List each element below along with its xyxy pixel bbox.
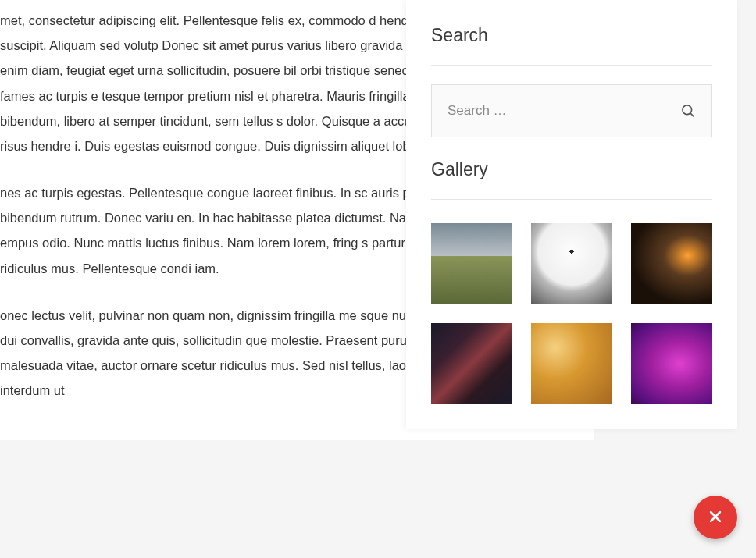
gallery-thumbnail-bread[interactable] [531, 323, 612, 404]
close-icon [710, 510, 721, 526]
close-button[interactable] [694, 496, 737, 539]
divider [431, 199, 712, 200]
search-box [431, 84, 712, 137]
gallery-thumbnail-circuit[interactable] [631, 223, 712, 304]
search-input[interactable] [432, 85, 711, 137]
divider [431, 65, 712, 66]
search-heading: Search [431, 25, 712, 46]
gallery-thumbnail-city[interactable] [431, 323, 512, 404]
svg-line-1 [690, 113, 694, 117]
search-icon[interactable] [680, 103, 696, 119]
gallery-thumbnail-landscape[interactable] [431, 223, 512, 304]
svg-point-0 [683, 105, 692, 115]
sidebar: Search Gallery [406, 0, 737, 429]
gallery-thumbnail-jump[interactable] [531, 223, 612, 304]
gallery-heading: Gallery [431, 159, 712, 180]
gallery-grid [431, 223, 712, 404]
gallery-thumbnail-purple[interactable] [631, 323, 712, 404]
